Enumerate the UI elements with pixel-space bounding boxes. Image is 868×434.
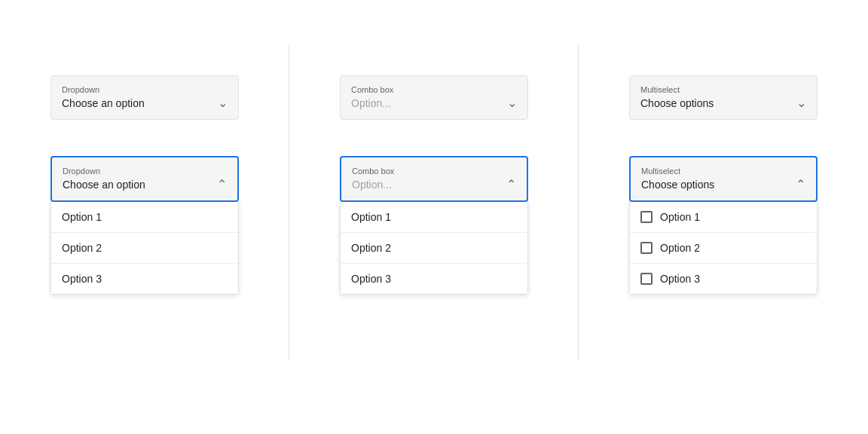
combobox-option-3-label: Option 3 (351, 273, 391, 285)
multiselect-closed-value[interactable]: Choose options ⌄ (640, 96, 806, 110)
combobox-open-control[interactable]: Combo box Option... ⌃ (340, 156, 528, 202)
dropdown-open-label: Dropdown (63, 167, 227, 176)
multiselect-closed-control[interactable]: Multiselect Choose options ⌄ (629, 75, 818, 120)
combobox-closed-placeholder: Option... (351, 97, 391, 109)
combobox-open-label: Combo box (352, 167, 516, 176)
multiselect-option-2-label: Option 2 (660, 242, 700, 254)
multiselect-closed-section: Multiselect Choose options ⌄ (629, 75, 818, 120)
combobox-open-list: Option 1 Option 2 Option 3 (340, 201, 528, 295)
checkbox-option-3-icon[interactable] (640, 273, 653, 285)
dropdown-closed-value[interactable]: Choose an option ⌄ (62, 96, 228, 110)
dropdown-open-section: Dropdown Choose an option ⌃ Option 1 Opt… (50, 156, 239, 295)
multiselect-open-control[interactable]: Multiselect Choose options ⌃ (629, 156, 818, 202)
checkbox-option-1-icon[interactable] (640, 211, 653, 223)
chevron-down-icon: ⌄ (218, 96, 228, 110)
chevron-up-icon: ⌃ (506, 177, 516, 191)
dropdown-option-1[interactable]: Option 1 (51, 202, 238, 233)
dropdown-column: Dropdown Choose an option ⌄ Dropdown Cho… (0, 45, 289, 361)
chevron-up-icon: ⌃ (217, 177, 227, 191)
dropdown-closed-section: Dropdown Choose an option ⌄ (50, 75, 239, 120)
combobox-closed-value[interactable]: Option... ⌄ (351, 96, 517, 110)
dropdown-option-1-label: Option 1 (62, 211, 102, 223)
dropdown-option-3-label: Option 3 (62, 273, 102, 285)
multiselect-open-text: Choose options (641, 179, 714, 191)
combobox-open-value[interactable]: Option... ⌃ (352, 177, 516, 191)
chevron-down-icon: ⌄ (507, 96, 517, 110)
multiselect-column: Multiselect Choose options ⌄ Multiselect… (579, 45, 868, 361)
multiselect-option-1-label: Option 1 (660, 211, 700, 223)
dropdown-option-3[interactable]: Option 3 (51, 264, 238, 294)
combobox-open-section: Combo box Option... ⌃ Option 1 Option 2 … (340, 156, 528, 295)
dropdown-open-control[interactable]: Dropdown Choose an option ⌃ (50, 156, 239, 202)
dropdown-closed-label: Dropdown (62, 85, 228, 94)
multiselect-option-3[interactable]: Option 3 (630, 264, 817, 294)
chevron-up-icon: ⌃ (796, 177, 805, 191)
multiselect-closed-text: Choose options (640, 97, 714, 109)
dropdown-open-list: Option 1 Option 2 Option 3 (50, 201, 239, 295)
combobox-option-2-label: Option 2 (351, 242, 391, 254)
combobox-closed-label: Combo box (351, 85, 517, 94)
combobox-option-2[interactable]: Option 2 (341, 233, 527, 264)
multiselect-option-1[interactable]: Option 1 (630, 202, 817, 233)
chevron-down-icon: ⌄ (796, 96, 806, 110)
combobox-closed-control[interactable]: Combo box Option... ⌄ (340, 75, 528, 120)
dropdown-closed-text: Choose an option (62, 97, 145, 109)
combobox-option-1-label: Option 1 (351, 211, 391, 223)
multiselect-open-value[interactable]: Choose options ⌃ (641, 177, 805, 191)
dropdown-closed-control[interactable]: Dropdown Choose an option ⌄ (50, 75, 239, 120)
combobox-open-placeholder: Option... (352, 179, 392, 191)
page-container: Dropdown Choose an option ⌄ Dropdown Cho… (0, 45, 868, 361)
multiselect-open-label: Multiselect (641, 167, 805, 176)
combobox-option-1[interactable]: Option 1 (341, 202, 527, 233)
combobox-closed-section: Combo box Option... ⌄ (340, 75, 528, 120)
checkbox-option-2-icon[interactable] (640, 242, 653, 254)
combobox-column: Combo box Option... ⌄ Combo box Option..… (289, 45, 579, 361)
multiselect-option-3-label: Option 3 (660, 273, 700, 285)
dropdown-option-2[interactable]: Option 2 (51, 233, 238, 264)
dropdown-open-text: Choose an option (63, 179, 145, 191)
multiselect-closed-label: Multiselect (640, 85, 806, 94)
multiselect-open-list: Option 1 Option 2 Option 3 (629, 201, 818, 295)
dropdown-open-value[interactable]: Choose an option ⌃ (63, 177, 227, 191)
multiselect-open-section: Multiselect Choose options ⌃ Option 1 Op… (629, 156, 818, 295)
combobox-option-3[interactable]: Option 3 (341, 264, 527, 294)
multiselect-option-2[interactable]: Option 2 (630, 233, 817, 264)
dropdown-option-2-label: Option 2 (62, 242, 102, 254)
